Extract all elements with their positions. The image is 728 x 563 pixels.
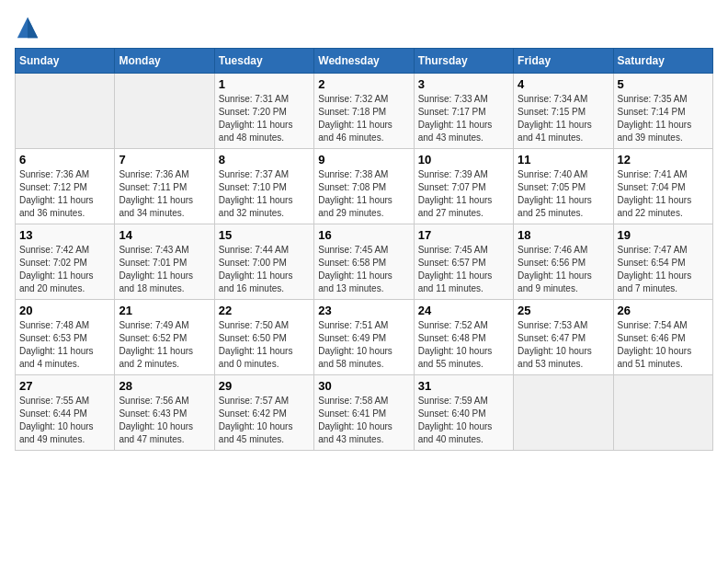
calendar-header: SundayMondayTuesdayWednesdayThursdayFrid… — [16, 49, 713, 74]
calendar-cell: 19Sunrise: 7:47 AM Sunset: 6:54 PM Dayli… — [613, 224, 712, 300]
day-number: 4 — [518, 77, 609, 91]
logo — [15, 15, 44, 40]
day-number: 5 — [618, 77, 709, 91]
day-number: 7 — [119, 153, 210, 167]
calendar-week-2: 6Sunrise: 7:36 AM Sunset: 7:12 PM Daylig… — [16, 149, 713, 224]
day-info: Sunrise: 7:58 AM Sunset: 6:41 PM Dayligh… — [318, 395, 409, 446]
day-number: 27 — [19, 379, 110, 393]
calendar-cell: 24Sunrise: 7:52 AM Sunset: 6:48 PM Dayli… — [414, 300, 513, 375]
day-info: Sunrise: 7:38 AM Sunset: 7:08 PM Dayligh… — [318, 168, 409, 220]
calendar-cell — [16, 74, 115, 149]
day-number: 21 — [119, 304, 210, 317]
day-info: Sunrise: 7:42 AM Sunset: 7:02 PM Dayligh… — [19, 244, 110, 295]
day-number: 11 — [518, 153, 609, 167]
day-info: Sunrise: 7:57 AM Sunset: 6:42 PM Dayligh… — [219, 395, 310, 446]
day-info: Sunrise: 7:43 AM Sunset: 7:01 PM Dayligh… — [119, 244, 210, 295]
day-number: 12 — [618, 153, 709, 167]
day-number: 24 — [418, 304, 509, 317]
day-number: 8 — [219, 153, 310, 167]
day-info: Sunrise: 7:50 AM Sunset: 6:50 PM Dayligh… — [219, 319, 310, 371]
calendar-cell: 6Sunrise: 7:36 AM Sunset: 7:12 PM Daylig… — [16, 149, 115, 224]
calendar-cell: 22Sunrise: 7:50 AM Sunset: 6:50 PM Dayli… — [214, 300, 313, 375]
day-info: Sunrise: 7:53 AM Sunset: 6:47 PM Dayligh… — [518, 319, 609, 371]
day-number: 3 — [418, 77, 509, 91]
day-info: Sunrise: 7:55 AM Sunset: 6:44 PM Dayligh… — [19, 395, 110, 446]
calendar-week-1: 1Sunrise: 7:31 AM Sunset: 7:20 PM Daylig… — [16, 74, 713, 149]
day-info: Sunrise: 7:40 AM Sunset: 7:05 PM Dayligh… — [518, 168, 609, 220]
day-number: 15 — [219, 228, 310, 242]
day-header-friday: Friday — [514, 49, 613, 74]
day-info: Sunrise: 7:56 AM Sunset: 6:43 PM Dayligh… — [119, 395, 210, 446]
calendar-cell: 26Sunrise: 7:54 AM Sunset: 6:46 PM Dayli… — [613, 300, 712, 375]
day-info: Sunrise: 7:36 AM Sunset: 7:11 PM Dayligh… — [119, 168, 210, 220]
day-info: Sunrise: 7:54 AM Sunset: 6:46 PM Dayligh… — [618, 319, 709, 371]
day-number: 23 — [318, 304, 409, 317]
day-number: 26 — [618, 304, 709, 317]
day-info: Sunrise: 7:52 AM Sunset: 6:48 PM Dayligh… — [418, 319, 509, 371]
day-info: Sunrise: 7:35 AM Sunset: 7:14 PM Dayligh… — [618, 93, 709, 144]
calendar-cell: 18Sunrise: 7:46 AM Sunset: 6:56 PM Dayli… — [514, 224, 613, 300]
calendar-cell: 14Sunrise: 7:43 AM Sunset: 7:01 PM Dayli… — [115, 224, 214, 300]
day-header-tuesday: Tuesday — [214, 49, 313, 74]
svg-marker-1 — [28, 17, 38, 38]
day-number: 18 — [518, 228, 609, 242]
day-info: Sunrise: 7:31 AM Sunset: 7:20 PM Dayligh… — [219, 93, 310, 144]
day-number: 17 — [418, 228, 509, 242]
calendar-cell: 21Sunrise: 7:49 AM Sunset: 6:52 PM Dayli… — [115, 300, 214, 375]
day-number: 16 — [318, 228, 409, 242]
day-info: Sunrise: 7:51 AM Sunset: 6:49 PM Dayligh… — [318, 319, 409, 371]
calendar-cell: 1Sunrise: 7:31 AM Sunset: 7:20 PM Daylig… — [214, 74, 313, 149]
day-info: Sunrise: 7:34 AM Sunset: 7:15 PM Dayligh… — [518, 93, 609, 144]
calendar-cell: 17Sunrise: 7:45 AM Sunset: 6:57 PM Dayli… — [414, 224, 513, 300]
calendar-cell: 11Sunrise: 7:40 AM Sunset: 7:05 PM Dayli… — [514, 149, 613, 224]
calendar-cell: 15Sunrise: 7:44 AM Sunset: 7:00 PM Dayli… — [214, 224, 313, 300]
day-info: Sunrise: 7:32 AM Sunset: 7:18 PM Dayligh… — [318, 93, 409, 144]
day-header-thursday: Thursday — [414, 49, 513, 74]
day-number: 25 — [518, 304, 609, 317]
day-header-saturday: Saturday — [613, 49, 712, 74]
day-info: Sunrise: 7:45 AM Sunset: 6:58 PM Dayligh… — [318, 244, 409, 295]
calendar-cell: 3Sunrise: 7:33 AM Sunset: 7:17 PM Daylig… — [414, 74, 513, 149]
calendar-cell: 10Sunrise: 7:39 AM Sunset: 7:07 PM Dayli… — [414, 149, 513, 224]
calendar-cell: 20Sunrise: 7:48 AM Sunset: 6:53 PM Dayli… — [16, 300, 115, 375]
day-info: Sunrise: 7:44 AM Sunset: 7:00 PM Dayligh… — [219, 244, 310, 295]
logo-icon — [15, 15, 40, 40]
calendar-cell: 5Sunrise: 7:35 AM Sunset: 7:14 PM Daylig… — [613, 74, 712, 149]
calendar-week-3: 13Sunrise: 7:42 AM Sunset: 7:02 PM Dayli… — [16, 224, 713, 300]
day-number: 13 — [19, 228, 110, 242]
calendar-cell: 7Sunrise: 7:36 AM Sunset: 7:11 PM Daylig… — [115, 149, 214, 224]
day-number: 28 — [119, 379, 210, 393]
calendar-week-4: 20Sunrise: 7:48 AM Sunset: 6:53 PM Dayli… — [16, 300, 713, 375]
day-number: 19 — [618, 228, 709, 242]
day-number: 31 — [418, 379, 509, 393]
day-number: 22 — [219, 304, 310, 317]
page-header — [15, 15, 713, 40]
day-header-monday: Monday — [115, 49, 214, 74]
calendar-cell: 29Sunrise: 7:57 AM Sunset: 6:42 PM Dayli… — [214, 375, 313, 451]
calendar-cell: 2Sunrise: 7:32 AM Sunset: 7:18 PM Daylig… — [314, 74, 414, 149]
day-number: 30 — [318, 379, 409, 393]
day-info: Sunrise: 7:41 AM Sunset: 7:04 PM Dayligh… — [618, 168, 709, 220]
day-number: 2 — [318, 77, 409, 91]
calendar-cell: 12Sunrise: 7:41 AM Sunset: 7:04 PM Dayli… — [613, 149, 712, 224]
day-number: 20 — [19, 304, 110, 317]
day-number: 29 — [219, 379, 310, 393]
calendar-table: SundayMondayTuesdayWednesdayThursdayFrid… — [15, 48, 713, 451]
day-info: Sunrise: 7:37 AM Sunset: 7:10 PM Dayligh… — [219, 168, 310, 220]
calendar-cell: 13Sunrise: 7:42 AM Sunset: 7:02 PM Dayli… — [16, 224, 115, 300]
day-info: Sunrise: 7:46 AM Sunset: 6:56 PM Dayligh… — [518, 244, 609, 295]
calendar-cell: 23Sunrise: 7:51 AM Sunset: 6:49 PM Dayli… — [314, 300, 414, 375]
calendar-cell: 4Sunrise: 7:34 AM Sunset: 7:15 PM Daylig… — [514, 74, 613, 149]
calendar-cell — [514, 375, 613, 451]
day-info: Sunrise: 7:36 AM Sunset: 7:12 PM Dayligh… — [19, 168, 110, 220]
day-number: 10 — [418, 153, 509, 167]
day-info: Sunrise: 7:39 AM Sunset: 7:07 PM Dayligh… — [418, 168, 509, 220]
calendar-cell — [115, 74, 214, 149]
calendar-cell: 30Sunrise: 7:58 AM Sunset: 6:41 PM Dayli… — [314, 375, 414, 451]
day-info: Sunrise: 7:47 AM Sunset: 6:54 PM Dayligh… — [618, 244, 709, 295]
day-number: 9 — [318, 153, 409, 167]
day-number: 6 — [19, 153, 110, 167]
day-info: Sunrise: 7:33 AM Sunset: 7:17 PM Dayligh… — [418, 93, 509, 144]
calendar-cell — [613, 375, 712, 451]
day-info: Sunrise: 7:48 AM Sunset: 6:53 PM Dayligh… — [19, 319, 110, 371]
